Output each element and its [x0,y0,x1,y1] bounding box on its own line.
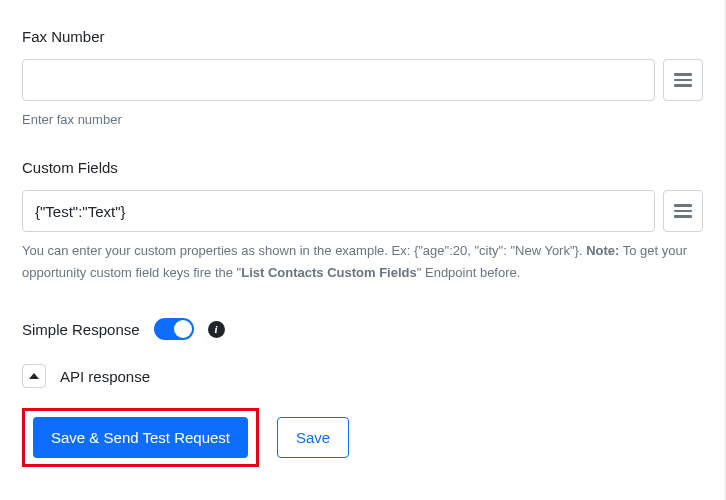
fax-label: Fax Number [22,28,703,45]
custom-help-pre: You can enter your custom properties as … [22,243,586,258]
fax-help-text: Enter fax number [22,109,703,131]
custom-input-row [22,190,703,232]
custom-input[interactable] [22,190,655,232]
fax-input-row [22,59,703,101]
fax-hamburger-icon[interactable] [663,59,703,101]
custom-hamburger-icon[interactable] [663,190,703,232]
custom-label: Custom Fields [22,159,703,176]
simple-response-toggle[interactable] [154,318,194,340]
simple-response-row: Simple Response i [22,318,703,340]
button-row: Save & Send Test Request Save [22,408,703,467]
custom-help-endpoint: List Contacts Custom Fields [241,265,417,280]
custom-fields-field: Custom Fields You can enter your custom … [22,159,703,284]
custom-help-post: " Endpoint before. [417,265,521,280]
custom-help-text: You can enter your custom properties as … [22,240,703,284]
collapse-button[interactable] [22,364,46,388]
highlight-box: Save & Send Test Request [22,408,259,467]
save-button[interactable]: Save [277,417,349,458]
api-response-label: API response [60,368,150,385]
info-icon[interactable]: i [208,321,225,338]
custom-help-note: Note: [586,243,619,258]
save-send-button[interactable]: Save & Send Test Request [33,417,248,458]
fax-input[interactable] [22,59,655,101]
api-response-row: API response [22,364,703,388]
chevron-up-icon [29,373,39,379]
fax-number-field: Fax Number Enter fax number [22,28,703,131]
simple-response-label: Simple Response [22,321,140,338]
